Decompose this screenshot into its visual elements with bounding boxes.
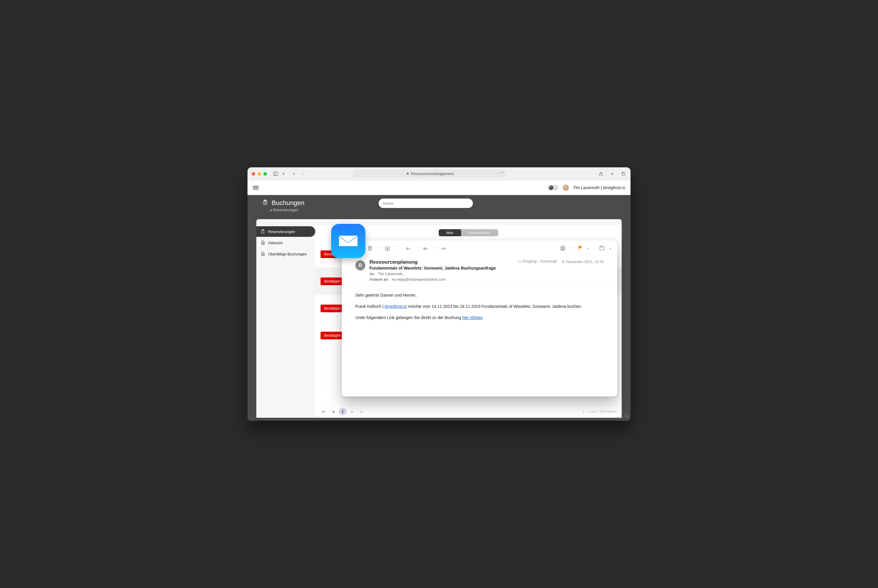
document-icon: [260, 252, 265, 256]
mail-app-icon[interactable]: [331, 224, 365, 258]
timeghost-link[interactable]: timeghost.io: [384, 304, 407, 309]
sender-avatar: R: [355, 260, 365, 270]
pager-first-icon[interactable]: ⏮: [320, 408, 327, 415]
sender-name: Ressourcenplanung: [369, 259, 514, 265]
breadcrumb[interactable]: ▸ Reservierungen: [270, 208, 616, 212]
theme-toggle[interactable]: [548, 185, 558, 190]
app-header: Tim Lauenroth | timeghost.io: [248, 180, 630, 195]
tabs-icon[interactable]: [620, 171, 626, 177]
svg-point-16: [626, 415, 628, 417]
status-segment: Aktiv Abgeschlossen: [439, 229, 498, 236]
segment-aktiv[interactable]: Aktiv: [439, 229, 461, 236]
theme-knob: [549, 185, 553, 190]
window-close[interactable]: [252, 172, 255, 176]
flag-icon[interactable]: [576, 244, 585, 253]
document-icon: [260, 240, 265, 245]
booking-link[interactable]: hier klicken: [462, 315, 483, 320]
svg-line-17: [627, 417, 629, 418]
pager-next-icon[interactable]: ▶: [349, 408, 356, 415]
nav-back-icon[interactable]: [291, 171, 297, 177]
browser-window: ▾ Ressourcenmanagement: [248, 167, 630, 421]
junk-icon[interactable]: [383, 244, 392, 253]
reply-icon[interactable]: [404, 244, 413, 253]
sidebar: Reservierungen Gebucht Überfällige Buchu…: [256, 219, 315, 418]
mail-toolbar: ▾ ▾: [342, 240, 617, 256]
chevron-down-icon[interactable]: ▾: [609, 247, 611, 250]
mail-date: 9. November 2023, 15:35: [562, 260, 604, 264]
confirm-button[interactable]: Bestätigen: [321, 278, 344, 285]
confirm-button[interactable]: Bestätigen: [321, 332, 344, 339]
svg-rect-5: [623, 172, 625, 175]
address-bar[interactable]: Ressourcenmanagement: [353, 170, 506, 178]
mail-panel: ▾ ▾ R Ressourcenplanung Fundamentals of …: [342, 240, 617, 396]
nav-forward-icon[interactable]: [300, 171, 306, 177]
mail-folder[interactable]: Eingang – Exchange: [518, 259, 557, 263]
chevron-down-icon[interactable]: ▾: [282, 171, 285, 177]
sidebar-toggle-icon[interactable]: [273, 171, 279, 177]
mail-line3: Unter folgendem Link gelangen Sie direkt…: [355, 314, 604, 321]
svg-rect-28: [600, 247, 604, 250]
reply-to-value: no-reply@sharepointonline.com: [392, 277, 446, 282]
print-icon[interactable]: [558, 244, 567, 253]
sidebar-item-label: Überfällige Buchungen: [268, 252, 307, 256]
forward-icon[interactable]: [439, 244, 447, 253]
search-input[interactable]: [378, 198, 473, 208]
sidebar-item-reservierungen[interactable]: Reservierungen: [256, 226, 315, 237]
title-bar: ▾ Ressourcenmanagement: [248, 167, 630, 180]
sidebar-item-label: Gebucht: [268, 241, 282, 245]
pager-current[interactable]: 1: [339, 408, 347, 416]
address-title: Ressourcenmanagement: [411, 171, 454, 176]
pager-prev-icon[interactable]: ◀: [329, 408, 336, 415]
svg-rect-0: [274, 172, 278, 176]
new-tab-icon[interactable]: [609, 171, 615, 177]
user-label: Tim Lauenroth | timeghost.io: [573, 185, 625, 190]
title-bar-right: [598, 171, 626, 177]
share-icon[interactable]: [598, 171, 604, 177]
pager: ⏮ ◀ 1 ▶ ⏭ 1 - 7 von 7 Elementen: [315, 405, 622, 418]
sidebar-item-label: Reservierungen: [268, 230, 295, 234]
to-label: An:: [369, 272, 375, 276]
chevron-down-icon[interactable]: ▾: [587, 247, 589, 250]
window-zoom[interactable]: [263, 172, 267, 176]
mail-header: R Ressourcenplanung Fundamentals of Wave…: [347, 256, 612, 286]
corner-search-icon[interactable]: [624, 414, 629, 420]
clipboard-icon: [262, 200, 268, 207]
mail-line2: Frank Köllisch | timeghost.io möchte vom…: [355, 303, 604, 310]
traffic-lights: [252, 172, 267, 176]
window-minimize[interactable]: [258, 172, 261, 176]
svg-rect-27: [561, 249, 564, 251]
reload-icon[interactable]: [500, 171, 504, 176]
pager-summary: 1 - 7 von 7 Elementen: [582, 410, 617, 414]
move-icon[interactable]: [597, 244, 606, 253]
mail-subject: Fundamentals of Wavelets: Goswami, Jaide…: [369, 266, 514, 270]
confirm-button[interactable]: Bestätigen: [321, 304, 344, 312]
trash-icon[interactable]: [366, 244, 374, 253]
mail-greeting: Sehr geehrte Damen und Herren,: [355, 292, 604, 299]
sidebar-item-ueberfaellig[interactable]: Überfällige Buchungen: [256, 249, 315, 259]
lock-icon: [406, 171, 409, 176]
avatar[interactable]: [563, 184, 569, 191]
reply-all-icon[interactable]: [421, 244, 430, 253]
to-value: Tim Lauenroth,: [378, 272, 404, 276]
page-title: Buchungen: [272, 199, 304, 207]
segment-abgeschlossen[interactable]: Abgeschlossen: [461, 229, 498, 236]
reply-to-label: Antwort an:: [369, 277, 389, 282]
sub-header: Buchungen ▸ Reservierungen: [248, 195, 630, 219]
pager-last-icon[interactable]: ⏭: [358, 408, 365, 415]
menu-icon[interactable]: [253, 186, 259, 189]
sidebar-item-gebucht[interactable]: Gebucht: [256, 237, 315, 248]
clipboard-icon: [260, 229, 265, 234]
mail-body: Sehr geehrte Damen und Herren, Frank Köl…: [342, 286, 617, 331]
